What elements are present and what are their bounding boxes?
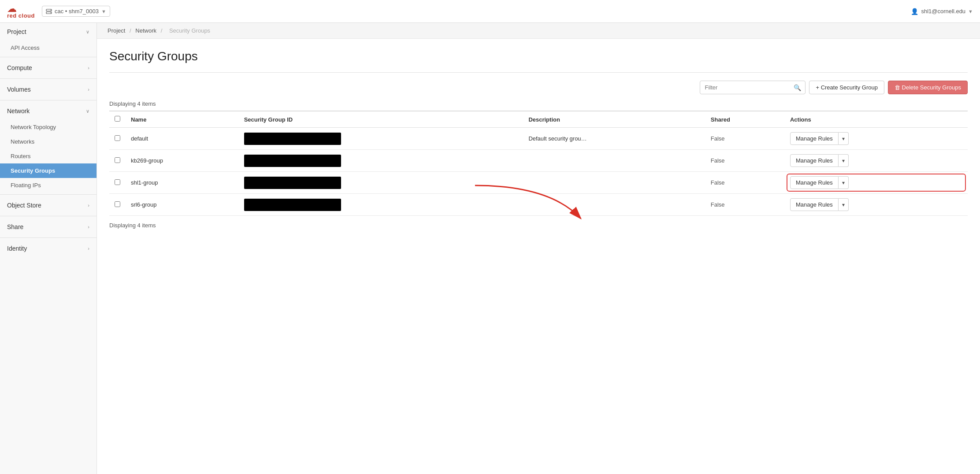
page-content: Security Groups 🔍 + Create Security Grou… — [97, 39, 980, 243]
breadcrumb-network[interactable]: Network — [135, 27, 156, 34]
sidebar-section-object-store[interactable]: Object Store › — [0, 196, 97, 214]
manage-rules-button[interactable]: Manage Rules — [790, 198, 839, 211]
manage-rules-dropdown-button[interactable]: ▾ — [839, 154, 849, 167]
manage-rules-button-highlighted[interactable]: Manage Rules — [790, 176, 839, 189]
project-selector-label: cac • shm7_0003 — [55, 8, 99, 15]
th-shared: Shared — [705, 111, 785, 128]
row-shared-cell: False — [705, 128, 785, 150]
sidebar-divider-5 — [0, 216, 97, 216]
annotation-container: Name Security Group ID Description Share… — [109, 111, 968, 216]
sidebar-item-label: API Access — [11, 44, 40, 51]
row-description-cell — [523, 172, 705, 194]
sidebar-item-security-groups[interactable]: Security Groups — [0, 163, 97, 178]
row-id-cell — [239, 128, 523, 150]
sidebar-item-label: Networks — [11, 138, 34, 145]
chevron-down-icon: ∨ — [86, 29, 89, 35]
row-checkbox[interactable] — [115, 157, 120, 163]
sidebar-section-volumes-label: Volumes — [7, 86, 31, 93]
sidebar-section-identity[interactable]: Identity › — [0, 240, 97, 257]
sidebar: Project ∨ API Access Compute › Volumes ›… — [0, 23, 97, 474]
project-selector[interactable]: cac • shm7_0003 ▼ — [42, 6, 110, 17]
manage-rules-dropdown-button-highlighted[interactable]: ▾ — [839, 176, 849, 189]
table-row-highlighted: shl1-group False Manage Rules ▾ — [109, 172, 968, 194]
redacted-id — [244, 199, 341, 211]
item-count-bottom: Displaying 4 items — [109, 222, 968, 229]
manage-rules-dropdown-button[interactable]: ▾ — [839, 132, 849, 145]
th-id: Security Group ID — [239, 111, 523, 128]
table-row: default Default security grou… False Man… — [109, 128, 968, 150]
row-actions-cell: Manage Rules ▾ — [785, 172, 968, 194]
sidebar-section-network[interactable]: Network ∨ — [0, 102, 97, 120]
manage-rules-button[interactable]: Manage Rules — [790, 154, 839, 167]
row-checkbox[interactable] — [115, 135, 120, 141]
redacted-id — [244, 133, 341, 145]
row-checkbox-cell — [109, 194, 126, 216]
sidebar-section-project[interactable]: Project ∨ — [0, 23, 97, 41]
server-icon — [46, 8, 52, 15]
sidebar-item-networks[interactable]: Networks — [0, 134, 97, 149]
user-icon: 👤 — [911, 8, 918, 15]
brand-logo[interactable]: ☁ red cloud — [7, 4, 35, 19]
sidebar-section-identity-label: Identity — [7, 245, 27, 252]
table-row: srl6-group False Manage Rules ▾ — [109, 194, 968, 216]
breadcrumb: Project / Network / Security Groups — [97, 23, 980, 39]
row-id-cell — [239, 194, 523, 216]
row-name-cell: srl6-group — [126, 194, 239, 216]
sidebar-item-label: Routers — [11, 153, 31, 159]
navbar-left: ☁ red cloud cac • shm7_0003 ▼ — [7, 4, 110, 19]
main-content: Project / Network / Security Groups Secu… — [97, 23, 980, 474]
row-description-cell: Default security grou… — [523, 128, 705, 150]
breadcrumb-project[interactable]: Project — [108, 27, 125, 34]
delete-security-groups-button[interactable]: 🗑 Delete Security Groups — [888, 81, 968, 94]
th-description: Description — [523, 111, 705, 128]
row-description-cell — [523, 194, 705, 216]
row-actions-cell: Manage Rules ▾ — [785, 194, 968, 216]
sidebar-item-floating-ips[interactable]: Floating IPs — [0, 178, 97, 193]
row-actions-cell: Manage Rules ▾ — [785, 150, 968, 172]
table-header-row: Name Security Group ID Description Share… — [109, 111, 968, 128]
sidebar-section-share[interactable]: Share › — [0, 218, 97, 236]
filter-input[interactable] — [700, 81, 806, 94]
row-checkbox[interactable] — [115, 201, 120, 207]
select-all-checkbox[interactable] — [115, 116, 120, 122]
sidebar-section-network-label: Network — [7, 107, 30, 115]
row-id-cell — [239, 172, 523, 194]
table-row: kb269-group False Manage Rules ▾ — [109, 150, 968, 172]
sidebar-section-volumes[interactable]: Volumes › — [0, 81, 97, 98]
th-checkbox — [109, 111, 126, 128]
toolbar: 🔍 + Create Security Group 🗑 Delete Secur… — [109, 81, 968, 94]
row-name-cell: default — [126, 128, 239, 150]
top-navbar: ☁ red cloud cac • shm7_0003 ▼ 👤 shl1@cor… — [0, 0, 980, 23]
chevron-right-icon-4: › — [88, 224, 89, 230]
create-security-group-button[interactable]: + Create Security Group — [809, 81, 884, 94]
row-checkbox[interactable] — [115, 179, 120, 185]
row-id-cell — [239, 150, 523, 172]
sidebar-section-compute[interactable]: Compute › — [0, 59, 97, 77]
user-label[interactable]: shl1@cornell.edu — [921, 8, 965, 15]
navbar-right: 👤 shl1@cornell.edu ▼ — [911, 8, 973, 15]
row-description-cell — [523, 150, 705, 172]
svg-point-3 — [50, 12, 51, 13]
item-count-top: Displaying 4 items — [109, 100, 968, 107]
sidebar-section-object-store-label: Object Store — [7, 202, 41, 209]
sidebar-section-project-label: Project — [7, 28, 26, 35]
row-shared-cell: False — [705, 172, 785, 194]
row-checkbox-cell — [109, 128, 126, 150]
manage-rules-wrap: Manage Rules ▾ — [790, 154, 962, 167]
sidebar-item-routers[interactable]: Routers — [0, 149, 97, 163]
row-shared-cell: False — [705, 194, 785, 216]
svg-point-2 — [50, 10, 51, 11]
page-divider — [109, 72, 968, 73]
project-selector-chevron: ▼ — [101, 9, 106, 14]
row-checkbox-cell — [109, 150, 126, 172]
sidebar-item-label: Network Topology — [11, 124, 56, 130]
layout: Project ∨ API Access Compute › Volumes ›… — [0, 23, 980, 474]
sidebar-item-api-access[interactable]: API Access — [0, 41, 97, 55]
chevron-right-icon-5: › — [88, 246, 89, 251]
manage-rules-dropdown-button[interactable]: ▾ — [839, 198, 849, 211]
sidebar-item-network-topology[interactable]: Network Topology — [0, 120, 97, 134]
row-name-cell: shl1-group — [126, 172, 239, 194]
manage-rules-button[interactable]: Manage Rules — [790, 132, 839, 145]
sidebar-divider-2 — [0, 78, 97, 79]
manage-rules-wrap: Manage Rules ▾ — [790, 198, 962, 211]
